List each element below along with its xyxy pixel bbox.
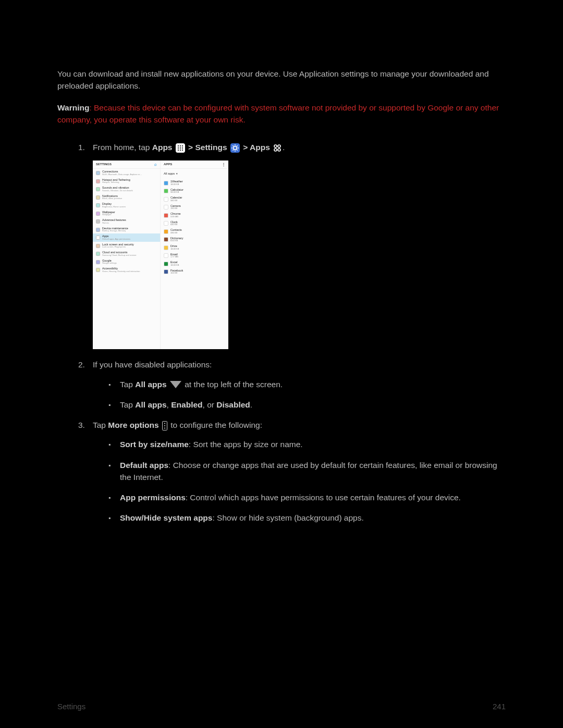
step2-bullet-2: Tap All apps, Enabled, or Disabled. <box>108 399 506 411</box>
settings-row: NotificationsBlock, allow, prioritize <box>93 193 160 202</box>
settings-list-container: ConnectionsWi-Fi, Bluetooth, Data usage,… <box>93 169 160 274</box>
page-footer: Settings 241 <box>57 701 506 713</box>
step3-bullet-4: Show/Hide system apps: Show or hide syst… <box>108 512 506 524</box>
warning-body: : Because this device can be configured … <box>57 103 499 124</box>
svg-line-19 <box>237 145 237 146</box>
steps-list: From home, tap Apps > Settings > Apps . … <box>57 141 506 524</box>
settings-row: AppsDefault apps, App permissions <box>93 233 160 242</box>
app-row: Facebook104 KB <box>161 268 228 276</box>
step3-bullet-1: Sort by size/name: Sort the apps by size… <box>108 438 506 450</box>
app-row: Dictionary8.63 KB <box>161 236 228 244</box>
svg-point-9 <box>182 150 183 151</box>
svg-point-27 <box>164 425 165 426</box>
app-row: 1Weather18.00 KB <box>161 179 228 187</box>
step1-settings: Settings <box>195 143 227 152</box>
warning-label: Warning <box>57 103 89 112</box>
more-dots-icon: ⋮ <box>222 162 225 168</box>
settings-row: Sounds and vibrationSounds, Vibration, D… <box>93 185 160 193</box>
settings-gear-icon <box>230 143 240 153</box>
app-row: Calculator98.00 KB <box>161 187 228 195</box>
step1-apps2: Apps <box>250 143 270 152</box>
apps-four-circles-icon <box>273 144 282 152</box>
svg-point-20 <box>274 145 277 147</box>
step1-sep1: > <box>188 143 195 152</box>
screenshot-apps-pane: APPS⋮ All apps 1Weather18.00 KBCalculato… <box>161 161 228 349</box>
app-row: Contacts336 KB <box>161 227 228 236</box>
step2-bullet-1: Tap All apps at the top left of the scre… <box>108 378 506 390</box>
screenshot-settings-header: SETTINGS <box>96 162 112 167</box>
step3-bullet-2: Default apps: Choose or change apps that… <box>108 459 506 484</box>
svg-marker-24 <box>170 381 181 388</box>
svg-line-18 <box>232 150 233 150</box>
svg-point-1 <box>178 145 179 146</box>
app-row: Clock640 KB <box>161 219 228 228</box>
more-options-icon <box>162 421 167 430</box>
step-1: From home, tap Apps > Settings > Apps . … <box>78 141 506 349</box>
step-3: Tap More options to configure the follow… <box>78 419 506 524</box>
svg-point-23 <box>278 149 280 151</box>
footer-page-number: 241 <box>493 701 506 713</box>
dropdown-chevron-icon <box>170 381 181 388</box>
svg-point-22 <box>274 149 277 151</box>
step1-apps1: Apps <box>152 143 173 152</box>
settings-row: Device maintenanceBattery, Storage, Memo… <box>93 226 160 234</box>
settings-row: ConnectionsWi-Fi, Bluetooth, Data usage,… <box>93 169 160 177</box>
search-icon: ⌕ <box>154 162 157 168</box>
app-row: Camera190 KB <box>161 203 228 212</box>
apps-grid-icon <box>176 143 185 153</box>
svg-point-28 <box>164 427 165 428</box>
svg-line-16 <box>232 145 233 146</box>
step2-text: If you have disabled applications: <box>93 360 212 369</box>
svg-point-2 <box>180 145 181 146</box>
app-row: Drive18.00 KB <box>161 243 228 252</box>
warning-text: Warning: Because this device can be conf… <box>57 102 506 126</box>
settings-row: Lock screen and securityLock screen, Fin… <box>93 242 160 250</box>
settings-row: GoogleGoogle settings <box>93 258 160 266</box>
svg-point-8 <box>180 150 181 151</box>
step3-bullet-3: App permissions: Control which apps have… <box>108 491 506 503</box>
screenshot-settings-pane: SETTINGS⌕ ConnectionsWi-Fi, Bluetooth, D… <box>93 161 161 349</box>
settings-row: WallpaperWallpaper <box>93 209 160 218</box>
apps-list-container: 1Weather18.00 KBCalculator98.00 KBCalend… <box>161 179 228 276</box>
step-2: If you have disabled applications: Tap A… <box>78 359 506 411</box>
settings-row: AccessibilityVision, Hearing, Dexterity … <box>93 266 160 274</box>
apps-filter: All apps <box>161 169 228 179</box>
intro-text: You can download and install new applica… <box>57 68 506 92</box>
app-row: Excel18.00 KB <box>161 260 228 268</box>
svg-point-26 <box>164 423 165 424</box>
svg-point-5 <box>180 147 181 149</box>
svg-point-6 <box>182 147 183 149</box>
settings-row: Advanced featuresGames <box>93 217 160 226</box>
app-row: Email1.77 MB <box>161 252 228 260</box>
svg-point-21 <box>278 145 280 147</box>
screenshot-apps-header: APPS <box>164 162 172 167</box>
device-screenshot: SETTINGS⌕ ConnectionsWi-Fi, Bluetooth, D… <box>93 161 228 349</box>
app-row: Chrome3.39 MB <box>161 211 228 219</box>
svg-line-17 <box>237 150 237 150</box>
settings-row: DisplayBrightness, Home screen <box>93 201 160 209</box>
step1-prefix: From home, tap <box>93 143 152 152</box>
footer-section: Settings <box>57 701 85 713</box>
app-row: Calendar340 KB <box>161 195 228 203</box>
settings-row: Hotspot and TetheringHotspot, Tethering <box>93 177 160 186</box>
svg-point-7 <box>178 150 179 151</box>
svg-point-3 <box>182 145 183 146</box>
step1-sep2: > <box>243 143 250 152</box>
svg-point-4 <box>178 147 179 149</box>
step1-suffix: . <box>283 143 285 152</box>
settings-row: Cloud and accountsSamsung Cloud, Backup … <box>93 250 160 258</box>
